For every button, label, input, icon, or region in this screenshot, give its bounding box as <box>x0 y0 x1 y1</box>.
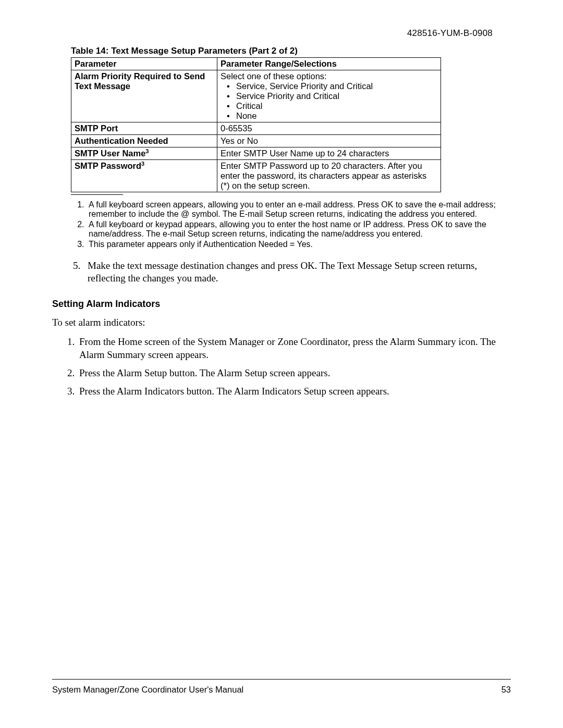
param-smtp-user: SMTP User Name3 <box>71 147 217 160</box>
param-smtp-pass: SMTP Password3 <box>71 160 217 192</box>
document-page: 428516-YUM-B-0908 Table 14: Text Message… <box>0 0 563 728</box>
step-text: Make the text message destination change… <box>88 260 477 283</box>
footnotes-list: A full keyboard screen appears, allowing… <box>71 200 511 249</box>
col-parameter: Parameter <box>71 58 217 70</box>
param-label: SMTP User Name <box>75 149 145 158</box>
section-heading: Setting Alarm Indicators <box>52 299 511 310</box>
range-smtp-pass: Enter SMTP Password up to 20 characters.… <box>217 160 441 192</box>
col-range: Parameter Range/Selections <box>217 58 441 70</box>
table-row: SMTP Password3 Enter SMTP Password up to… <box>71 160 441 192</box>
procedure-step-5: 5. Make the text message destination cha… <box>71 260 511 285</box>
range-alarm-priority: Select one of these options: Service, Se… <box>217 70 441 122</box>
param-auth-needed: Authentication Needed <box>71 135 217 147</box>
footnote-item: A full keyboard or keypad appears, allow… <box>87 220 511 239</box>
footer-title: System Manager/Zone Coordinator User's M… <box>52 685 243 695</box>
param-label: SMTP Password <box>75 161 141 170</box>
footnote-ref: 3 <box>141 161 144 167</box>
section-intro: To set alarm indicators: <box>52 317 511 328</box>
step-number: 5. <box>73 260 80 272</box>
parameter-table: Parameter Parameter Range/Selections Ala… <box>71 57 441 192</box>
page-number: 53 <box>501 685 511 695</box>
step-item: Press the Alarm Setup button. The Alarm … <box>77 367 511 380</box>
steps-list: From the Home screen of the System Manag… <box>62 336 511 398</box>
option-item: Service Priority and Critical <box>236 91 437 101</box>
range-smtp-user: Enter SMTP User Name up to 24 characters <box>217 147 441 160</box>
table-caption: Table 14: Text Message Setup Parameters … <box>71 46 511 56</box>
range-smtp-port: 0-65535 <box>217 122 441 135</box>
table-row: SMTP Port 0-65535 <box>71 122 441 135</box>
option-item: Service, Service Priority and Critical <box>236 81 437 91</box>
document-id: 428516-YUM-B-0908 <box>52 28 493 39</box>
param-alarm-priority: Alarm Priority Required to Send Text Mes… <box>71 70 217 122</box>
page-footer: System Manager/Zone Coordinator User's M… <box>52 679 511 695</box>
option-item: None <box>236 111 437 121</box>
footnote-rule <box>71 194 123 195</box>
table-header-row: Parameter Parameter Range/Selections <box>71 58 441 70</box>
table-row: Authentication Needed Yes or No <box>71 135 441 147</box>
footnote-item: This parameter appears only if Authentic… <box>87 240 511 249</box>
range-intro: Select one of these options: <box>221 71 437 81</box>
footnote-ref: 3 <box>145 148 149 154</box>
step-item: Press the Alarm Indicators button. The A… <box>77 385 511 398</box>
footer-row: System Manager/Zone Coordinator User's M… <box>52 685 511 695</box>
footnote-item: A full keyboard screen appears, allowing… <box>87 200 511 219</box>
table-row: SMTP User Name3 Enter SMTP User Name up … <box>71 147 441 160</box>
range-auth-needed: Yes or No <box>217 135 441 147</box>
step-item: From the Home screen of the System Manag… <box>77 336 511 361</box>
option-item: Critical <box>236 101 437 111</box>
param-smtp-port: SMTP Port <box>71 122 217 135</box>
options-list: Service, Service Priority and Critical S… <box>221 81 437 121</box>
table-row: Alarm Priority Required to Send Text Mes… <box>71 70 441 122</box>
footer-rule <box>52 679 511 680</box>
